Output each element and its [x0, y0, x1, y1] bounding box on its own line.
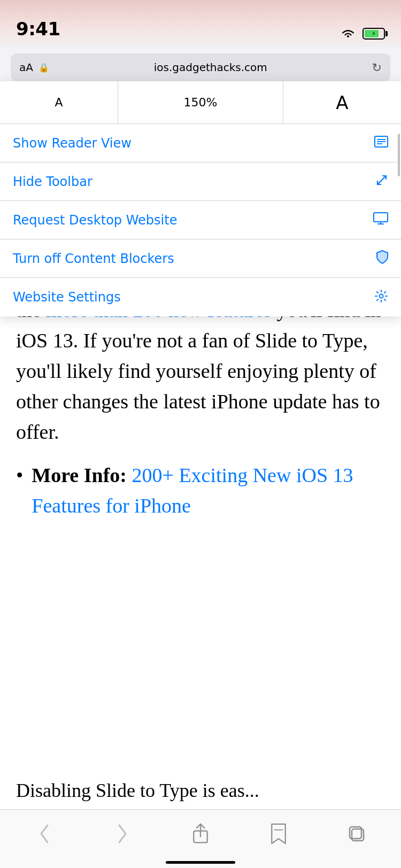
battery-icon: ⚡ [363, 28, 385, 40]
turn-off-content-blockers-item[interactable]: Turn off Content Blockers [0, 239, 401, 278]
font-increase-button[interactable]: A [283, 81, 401, 123]
share-icon [191, 823, 210, 844]
bullet-item: • More Info: 200+ Exciting New iOS 13 Fe… [16, 460, 385, 521]
turn-off-content-blockers-label: Turn off Content Blockers [13, 251, 376, 266]
share-button[interactable] [184, 818, 217, 850]
request-desktop-website-item[interactable]: Request Desktop Website [0, 201, 401, 239]
bullet-section: • More Info: 200+ Exciting New iOS 13 Fe… [16, 460, 385, 521]
svg-line-4 [377, 176, 386, 184]
bottom-toolbar [0, 809, 401, 868]
shield-icon [376, 250, 388, 267]
wifi-icon [340, 28, 356, 40]
svg-rect-5 [374, 213, 388, 222]
lock-icon: 🔒 [38, 63, 49, 73]
url-bar[interactable]: aA 🔒 ios.gadgethacks.com ↻ [11, 53, 390, 81]
article-main: the more than 200 new features you'll fi… [0, 284, 401, 809]
font-size-row: A 150% A [0, 81, 401, 124]
url-text[interactable]: ios.gadgethacks.com [55, 61, 367, 74]
aa-button[interactable]: aA [19, 61, 33, 74]
bookmarks-icon [268, 823, 289, 844]
show-reader-view-item[interactable]: Show Reader View [0, 124, 401, 162]
svg-point-8 [380, 294, 383, 298]
scrollbar[interactable] [398, 134, 400, 176]
gear-icon [374, 289, 388, 306]
back-button[interactable] [28, 818, 60, 850]
reader-view-icon [374, 136, 388, 150]
tabs-icon [347, 824, 366, 843]
bullet-dot: • [16, 460, 23, 521]
truncated-line: Disabling Slide to Type is eas... [0, 776, 401, 805]
bullet-content: More Info: 200+ Exciting New iOS 13 Feat… [32, 460, 385, 521]
website-settings-item[interactable]: Website Settings [0, 278, 401, 316]
back-icon [38, 823, 51, 844]
request-desktop-website-label: Request Desktop Website [13, 213, 373, 228]
desktop-icon [373, 212, 388, 228]
bookmarks-button[interactable] [263, 818, 295, 850]
status-time: 9:41 [16, 18, 60, 40]
font-decrease-button[interactable]: A [0, 81, 118, 123]
website-settings-label: Website Settings [13, 290, 374, 305]
status-icons: ⚡ [340, 28, 385, 40]
hide-toolbar-label: Hide Toolbar [13, 174, 375, 189]
forward-icon [116, 823, 129, 844]
hide-toolbar-icon [375, 174, 388, 189]
tabs-button[interactable] [341, 818, 373, 850]
overlay-panel: A 150% A Show Reader View Hide Toolbar [0, 81, 401, 316]
charging-icon: ⚡ [372, 30, 376, 37]
home-indicator [166, 861, 235, 864]
forward-button[interactable] [106, 818, 138, 850]
font-percent-display: 150% [118, 81, 283, 123]
bullet-bold-label: More Info: [32, 464, 127, 486]
hide-toolbar-item[interactable]: Hide Toolbar [0, 162, 401, 201]
show-reader-view-label: Show Reader View [13, 136, 374, 151]
status-bar: 9:41 ⚡ [0, 0, 401, 47]
article-paragraph: the more than 200 new features you'll fi… [16, 295, 385, 447]
refresh-icon[interactable]: ↻ [372, 61, 382, 74]
